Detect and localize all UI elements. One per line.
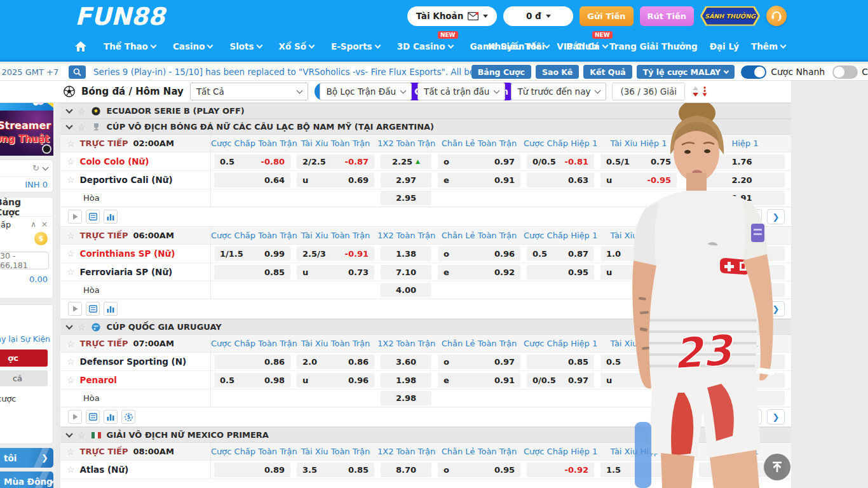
balance-menu[interactable]: 0 đ bbox=[503, 6, 573, 26]
scroll-top-button[interactable] bbox=[764, 454, 790, 480]
odds-button[interactable]: 1.5 bbox=[600, 463, 677, 477]
odds-button[interactable]: 2.98 bbox=[381, 391, 431, 405]
odds-button[interactable]: 0.95 bbox=[527, 265, 594, 280]
odds-button[interactable]: 0.5 bbox=[600, 355, 677, 369]
odds-button[interactable] bbox=[699, 283, 785, 297]
refresh-icon[interactable]: ↻ bbox=[32, 163, 39, 173]
odds-button[interactable]: o0.97 bbox=[438, 154, 520, 169]
odds-button[interactable]: 1.0 bbox=[600, 247, 677, 261]
odds-button[interactable]: o0.95 bbox=[438, 463, 520, 477]
odds-button[interactable]: 2.40 bbox=[699, 373, 785, 388]
favorite-star-icon[interactable]: ☆ bbox=[67, 447, 75, 456]
league-header-cup-vo-ich-bong-a-nu-cac-cau-lac-bo-nam-my-tai-argentina[interactable]: ☆CÚP VÔ ĐỊCH BÓNG ĐÁ NỮ CÁC CÂU LẠC BỘ N… bbox=[60, 119, 791, 135]
team-name[interactable]: Atlas (Nữ) bbox=[80, 464, 129, 475]
team-name[interactable]: Colo Colo (Nữ) bbox=[80, 156, 149, 166]
odds-button[interactable]: 0.5/10.75 bbox=[600, 154, 677, 169]
league-count-box[interactable]: (36 / 36) Giải bbox=[612, 83, 685, 100]
coin-icon[interactable]: $ bbox=[34, 232, 48, 245]
nav-item-slots[interactable]: Slots bbox=[229, 41, 261, 51]
odds-button[interactable]: e0.91 bbox=[438, 373, 520, 388]
favorite-star-icon[interactable]: ☆ bbox=[67, 231, 75, 240]
nav-item-khuyen-mai[interactable]: Khuyến Mãi bbox=[488, 41, 545, 51]
page-size-select[interactable]: 27 bbox=[731, 409, 762, 424]
odds-button[interactable]: 5.50 bbox=[699, 355, 785, 369]
rewards-button[interactable]: SẢNH THƯỞNG bbox=[700, 6, 760, 26]
play-button[interactable] bbox=[68, 210, 82, 224]
chart-button[interactable] bbox=[104, 410, 118, 424]
odds-button[interactable]: -0.92 bbox=[527, 463, 594, 477]
chevron-down-icon[interactable] bbox=[65, 122, 72, 129]
odds-button[interactable]: 0.50.98 bbox=[214, 373, 290, 388]
odds-button[interactable]: 2.20 bbox=[699, 173, 785, 187]
favorite-star-icon[interactable]: ☆ bbox=[78, 323, 86, 332]
league-header-giai-vo-ich-nu-mexico-primera[interactable]: ☆GIẢI VÔ ĐỊCH NỮ MEXICO PRIMERA bbox=[60, 427, 791, 443]
odds-button[interactable]: 0.50.87 bbox=[527, 247, 594, 261]
odds-button[interactable]: u bbox=[600, 373, 677, 388]
page-size-select[interactable]: 27 bbox=[731, 301, 762, 316]
odds-button[interactable]: 2.25▲ bbox=[381, 154, 431, 169]
quick-bet-toggle[interactable] bbox=[741, 65, 766, 79]
odds-button[interactable]: 0/0.5-0.81 bbox=[527, 154, 594, 169]
chart-button[interactable] bbox=[104, 210, 118, 224]
chevron-down-icon[interactable] bbox=[65, 106, 72, 113]
search-button[interactable] bbox=[69, 65, 86, 79]
nav-item-them[interactable]: Thêm bbox=[751, 41, 785, 51]
support-button[interactable] bbox=[766, 6, 787, 26]
bet-slip-title[interactable]: Bảng Cược bbox=[0, 198, 53, 217]
odds-type-select[interactable]: Tỷ lệ cược MALAY bbox=[637, 65, 735, 79]
odds-button[interactable]: e0.91 bbox=[438, 173, 520, 187]
odds-button[interactable]: o0.97 bbox=[438, 355, 520, 369]
favorite-star-icon[interactable]: ☆ bbox=[67, 465, 75, 474]
ket-qua-button[interactable]: Kết Quả bbox=[583, 65, 632, 79]
favorite-star-icon[interactable]: ☆ bbox=[67, 376, 75, 384]
bang-cuoc-button[interactable]: Bảng Cược bbox=[471, 65, 531, 79]
secondary-toggle[interactable] bbox=[832, 65, 858, 79]
withdraw-button[interactable]: Rút Tiền bbox=[640, 6, 694, 26]
sidebar-promo-1[interactable]: tôi ❯ bbox=[0, 448, 53, 468]
odds-button[interactable]: 3.60 bbox=[381, 355, 431, 369]
play-button[interactable] bbox=[68, 410, 82, 424]
favorite-star-icon[interactable]: ☆ bbox=[78, 123, 86, 132]
collapse-icon[interactable]: ∧ bbox=[31, 220, 36, 229]
odds-button[interactable]: 2.97 bbox=[381, 173, 431, 187]
next-page-button[interactable]: ❯ bbox=[767, 301, 785, 316]
nav-item-the-thao[interactable]: Thể Thao bbox=[104, 41, 156, 51]
chevron-down-icon[interactable] bbox=[65, 430, 72, 437]
odds-button[interactable]: 0/0.50.97 bbox=[527, 373, 594, 388]
time-range-select[interactable]: Từ trước đến nay bbox=[511, 83, 606, 100]
favorite-star-icon[interactable]: ☆ bbox=[78, 107, 86, 116]
odds-button[interactable]: 1/1.50.99 bbox=[214, 247, 290, 261]
odds-button[interactable]: 0.89 bbox=[214, 463, 290, 477]
odds-button[interactable]: u-0.95 bbox=[600, 173, 677, 187]
chevron-down-icon[interactable] bbox=[65, 322, 72, 329]
odds-button[interactable]: 2.95 bbox=[381, 191, 431, 205]
odds-button[interactable]: 0.86 bbox=[214, 355, 290, 369]
odds-button[interactable]: 3.50.85 bbox=[297, 463, 374, 477]
logo[interactable]: FUN88 bbox=[75, 3, 165, 30]
stake-input[interactable]: 30 - 66,181 bbox=[0, 252, 49, 269]
odds-button[interactable]: u0.96 bbox=[297, 373, 374, 388]
team-name[interactable]: Deportivo Cali (Nữ) bbox=[80, 175, 173, 185]
chart-button[interactable] bbox=[104, 302, 118, 316]
market-select[interactable]: Tất Cả bbox=[190, 83, 308, 100]
clear-all-button[interactable]: cả bbox=[0, 370, 48, 386]
nav-item-trang-giai-thuong[interactable]: Trang Giải Thưởng bbox=[609, 41, 698, 51]
list-button[interactable] bbox=[86, 302, 100, 316]
coin-button[interactable]: $ bbox=[121, 410, 135, 424]
league-header-ecuador-serie-b-play-off[interactable]: ☆ECUADOR SERIE B (PLAY OFF) bbox=[60, 103, 791, 119]
odds-button[interactable]: 4.00 bbox=[381, 283, 431, 297]
odds-button[interactable] bbox=[699, 247, 785, 261]
favorite-star-icon[interactable]: ☆ bbox=[67, 175, 75, 184]
odds-button[interactable]: 0.63 bbox=[527, 173, 594, 187]
sort-icon[interactable] bbox=[691, 85, 709, 98]
odds-button[interactable]: 2/2.5-0.87 bbox=[297, 154, 374, 169]
close-icon[interactable]: × bbox=[41, 220, 48, 229]
odds-button[interactable]: 0.5-0.80 bbox=[214, 154, 290, 169]
odds-button[interactable]: o0.96 bbox=[438, 247, 520, 261]
chevron-down-icon[interactable] bbox=[43, 164, 49, 170]
page-size-select[interactable]: 27 bbox=[731, 209, 762, 224]
nav-item-ai-ly[interactable]: Đại Lý bbox=[710, 41, 739, 51]
odds-button[interactable] bbox=[699, 265, 785, 280]
nav-item-3d-casino[interactable]: 3D CasinoNEW bbox=[397, 41, 453, 51]
odds-button[interactable]: 8.70 bbox=[381, 463, 431, 477]
